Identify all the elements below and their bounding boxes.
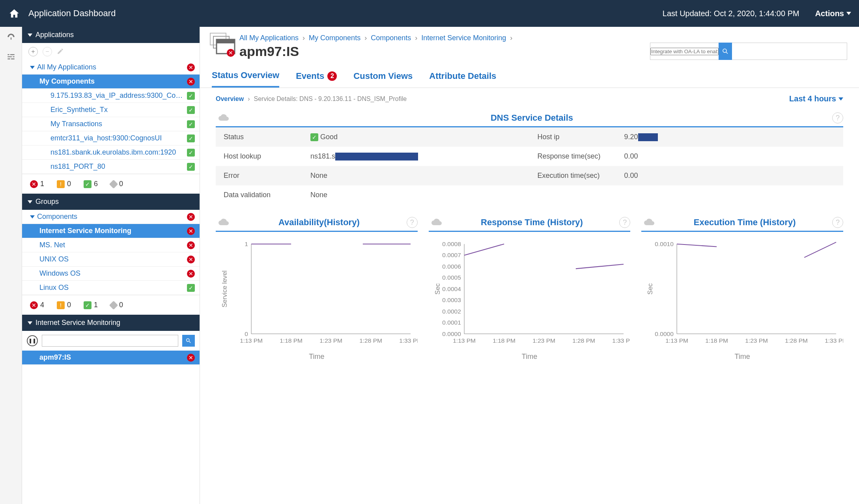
sidebar-section-groups[interactable]: Groups	[22, 194, 200, 210]
help-icon[interactable]: ?	[619, 217, 630, 228]
kv-row: Data validation None	[216, 185, 530, 205]
applications-label: Applications	[35, 31, 74, 39]
tab-label: Attribute Details	[429, 71, 496, 81]
cloud-icon	[641, 217, 657, 228]
help-icon[interactable]: ?	[832, 217, 843, 228]
time-range-label: Last 4 hours	[789, 94, 836, 103]
search-button[interactable]	[182, 335, 195, 347]
sidebar-item-my-components[interactable]: My Components ✕	[22, 75, 200, 89]
sidebar-section-ism[interactable]: Internet Service Monitoring	[22, 315, 200, 331]
sidebar-item-component[interactable]: Linux OS ✓	[22, 281, 200, 295]
err-status-icon: ✕	[187, 227, 195, 235]
chevron-down-icon	[28, 200, 32, 203]
kv-value: 9.20	[624, 133, 638, 141]
dashboard-icon[interactable]	[5, 31, 17, 43]
sidebar-item-component[interactable]: MS. Net ✕	[22, 238, 200, 252]
home-icon[interactable]	[8, 7, 21, 20]
svg-text:0.0003: 0.0003	[442, 297, 461, 304]
ok-status-icon: ✓	[84, 180, 92, 188]
ism-item-label: apm97:IS	[39, 353, 71, 362]
availability-chart-panel: Availability(History) ? 011:13 PM1:18 PM…	[216, 214, 418, 361]
ok-status-icon: ✓	[187, 163, 195, 171]
tab-label: Events	[296, 71, 324, 81]
sidebar-item-component[interactable]: Windows OS ✕	[22, 267, 200, 281]
svg-text:1:33 PM: 1:33 PM	[825, 338, 843, 344]
sub-breadcrumb-row: Overview › Service Details: DNS - 9.20.1…	[200, 88, 859, 110]
sidebar-item-app[interactable]: emtcr311_via_host:9300:CognosUI ✓	[22, 131, 200, 146]
tab-label: Custom Views	[353, 71, 413, 81]
panel-title: Response Time (History)	[444, 217, 620, 228]
ism-search-input[interactable]	[42, 335, 178, 347]
ok-status-icon: ✓	[187, 92, 195, 100]
actions-menu[interactable]: Actions	[815, 9, 851, 18]
sidebar-toolbar: + −	[22, 43, 200, 60]
sidebar-section-applications[interactable]: Applications	[22, 27, 200, 43]
edit-icon[interactable]	[57, 48, 64, 56]
log-search-input[interactable]	[650, 48, 719, 55]
sidebar-item-components[interactable]: Components ✕	[22, 210, 200, 224]
breadcrumb-item[interactable]: My Components	[309, 34, 360, 42]
my-components-label: My Components	[39, 77, 95, 86]
sidebar-item-app[interactable]: Eric_Synthetic_Tx ✓	[22, 103, 200, 117]
left-icon-rail	[0, 27, 22, 504]
breadcrumb-item[interactable]: Internet Service Monitoring	[421, 34, 506, 42]
app-label: ns181.sbank.uk.eurolabs.ibm.com:1920	[50, 148, 176, 157]
sidebar-item-component[interactable]: Internet Service Monitoring ✕	[22, 224, 200, 238]
sidebar-item-component[interactable]: UNIX OS ✕	[22, 252, 200, 267]
unknown-status-icon	[109, 179, 118, 189]
tab-status-overview[interactable]: Status Overview	[212, 67, 279, 88]
kv-value: None	[310, 191, 327, 199]
kv-value: 0.00	[624, 152, 638, 160]
pause-button[interactable]: ❚❚	[27, 335, 38, 346]
panel-title: DNS Service Details	[232, 113, 832, 123]
svg-text:0: 0	[245, 330, 248, 337]
chevron-down-icon	[30, 215, 35, 218]
help-icon[interactable]: ?	[407, 217, 418, 228]
svg-text:0.0007: 0.0007	[442, 252, 461, 259]
sidebar-item-all-my-applications[interactable]: All My Applications ✕	[22, 60, 200, 75]
chevron-down-icon	[28, 34, 32, 37]
service-details-table: Status ✓ Good Host lookup ns181.s Error …	[216, 127, 843, 205]
svg-point-4	[723, 49, 726, 52]
overview-link[interactable]: Overview	[216, 95, 244, 103]
kv-key: Data validation	[216, 185, 303, 205]
component-label: UNIX OS	[39, 255, 69, 263]
kv-row: Status ✓ Good	[216, 127, 530, 147]
sidebar-item-app[interactable]: My Transactions ✓	[22, 117, 200, 131]
events-count-badge: 2	[327, 71, 337, 81]
time-range-selector[interactable]: Last 4 hours	[789, 94, 843, 103]
app-label: Eric_Synthetic_Tx	[50, 106, 108, 114]
search-button[interactable]	[719, 43, 732, 60]
breadcrumb-item[interactable]: All My Applications	[239, 34, 299, 42]
tab-events[interactable]: Events 2	[296, 67, 337, 88]
log-search-box	[650, 43, 847, 60]
sidebar-item-app[interactable]: 9.175.193.83_via_IP_address:9300_Cog... …	[22, 89, 200, 103]
app-label: My Transactions	[50, 120, 102, 128]
chevron-down-icon	[846, 12, 851, 15]
remove-button[interactable]: −	[43, 47, 52, 56]
sidebar-item-apm97-is[interactable]: apm97:IS ✕	[22, 351, 200, 365]
execution-time-chart-panel: Execution Time (History) ? 0.00000.00101…	[641, 214, 843, 361]
svg-text:1:18 PM: 1:18 PM	[706, 338, 728, 344]
settings-sliders-icon[interactable]	[5, 50, 17, 63]
comp-status-summary: ✕4 !0 ✓1 0	[22, 295, 200, 315]
add-button[interactable]: +	[28, 47, 38, 56]
cloud-icon	[216, 217, 232, 228]
svg-text:1:28 PM: 1:28 PM	[572, 338, 595, 344]
app-label: emtcr311_via_host:9300:CognosUI	[50, 134, 162, 142]
err-count: 1	[40, 180, 44, 188]
sidebar-item-app[interactable]: ns181_PORT_80 ✓	[22, 160, 200, 174]
redacted-value	[335, 153, 418, 161]
component-label: Internet Service Monitoring	[39, 227, 131, 235]
breadcrumb-item[interactable]: Components	[371, 34, 411, 42]
error-status-icon: ✕	[30, 301, 38, 309]
tab-custom-views[interactable]: Custom Views	[353, 67, 413, 88]
svg-text:1:33 PM: 1:33 PM	[399, 338, 418, 344]
help-icon[interactable]: ?	[832, 112, 843, 123]
service-detail-crumb: Service Details: DNS - 9.20.136.11 - DNS…	[254, 95, 407, 103]
error-status-icon: ✕	[187, 63, 195, 71]
sidebar-item-app[interactable]: ns181.sbank.uk.eurolabs.ibm.com:1920 ✓	[22, 146, 200, 160]
tab-attribute-details[interactable]: Attribute Details	[429, 67, 496, 88]
charts-row: Availability(History) ? 011:13 PM1:18 PM…	[216, 214, 843, 361]
svg-text:1:28 PM: 1:28 PM	[785, 338, 808, 344]
